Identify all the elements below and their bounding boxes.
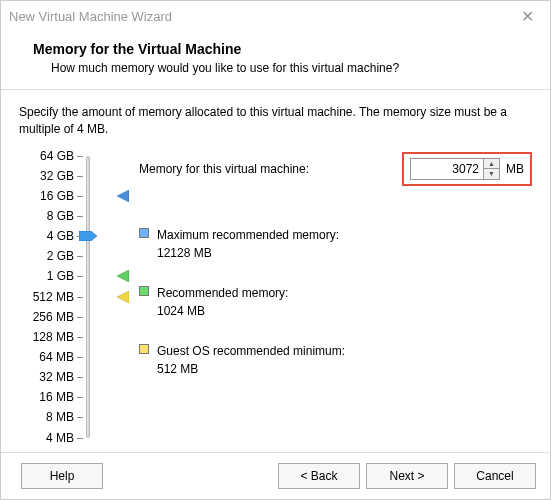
right-column: Memory for this virtual machine: ▲ ▼ MB … [109,152,532,442]
slider-tick-label: 32 GB [40,170,74,182]
back-button[interactable]: < Back [278,463,360,489]
slider-thumb[interactable] [79,231,97,241]
memory-spinner[interactable]: ▲ ▼ [484,158,500,180]
memory-input[interactable] [410,158,484,180]
titlebar: New Virtual Machine Wizard ✕ [1,1,550,31]
slider-tick-mark [77,216,83,217]
legend-recommended-label: Recommended memory: [157,284,288,302]
window-title: New Virtual Machine Wizard [9,9,513,24]
slider-tick-mark [77,377,83,378]
legend-max-label: Maximum recommended memory: [157,226,339,244]
slider-tick-mark [77,337,83,338]
slider-tick-label: 4 GB [47,230,74,242]
slider-tick-mark [77,317,83,318]
slider-tick-mark [77,397,83,398]
legend-min-value: 512 MB [157,360,345,378]
slider-tick-mark [77,256,83,257]
legend-min-label: Guest OS recommended minimum: [157,342,345,360]
spinner-down-icon[interactable]: ▼ [484,169,499,179]
slider-tick-label: 128 MB [33,331,74,343]
memory-unit: MB [506,162,524,176]
footer: Help < Back Next > Cancel [1,452,550,499]
slider-tick-mark [77,297,83,298]
header: Memory for the Virtual Machine How much … [1,31,550,89]
legend-max-swatch [139,228,149,238]
slider-tick-mark [77,156,83,157]
slider-tick-label: 64 MB [39,351,74,363]
slider-tick-label: 1 GB [47,270,74,282]
slider-tick-mark [77,357,83,358]
slider-tick-label: 512 MB [33,291,74,303]
wizard-window: New Virtual Machine Wizard ✕ Memory for … [0,0,551,500]
page-title: Memory for the Virtual Machine [33,41,526,57]
slider-tick-label: 4 MB [46,432,74,444]
cancel-button[interactable]: Cancel [454,463,536,489]
content: Specify the amount of memory allocated t… [1,90,550,452]
next-button[interactable]: Next > [366,463,448,489]
slider-tick-label: 2 GB [47,250,74,262]
slider-tick-mark [77,276,83,277]
legend-recommended-swatch [139,286,149,296]
page-subtitle: How much memory would you like to use fo… [33,61,526,75]
slider-tick-mark [77,176,83,177]
slider-track[interactable] [86,156,90,438]
memory-label: Memory for this virtual machine: [139,162,402,176]
slider-tick-label: 16 GB [40,190,74,202]
slider-tick-label: 16 MB [39,391,74,403]
slider-tick-label: 32 MB [39,371,74,383]
slider-tick-label: 8 GB [47,210,74,222]
slider-tick-mark [77,417,83,418]
legend-recommended-value: 1024 MB [157,302,288,320]
slider-tick-label: 8 MB [46,411,74,423]
legend-recommended: Recommended memory: 1024 MB [139,284,532,320]
slider-tick-mark [77,438,83,439]
slider-tick-label: 256 MB [33,311,74,323]
intro-text: Specify the amount of memory allocated t… [19,104,532,138]
memory-input-row: Memory for this virtual machine: ▲ ▼ MB [139,152,532,186]
memory-input-highlight: ▲ ▼ MB [402,152,532,186]
memory-area: 64 GB32 GB16 GB8 GB4 GB2 GB1 GB512 MB256… [19,152,532,442]
memory-slider[interactable]: 64 GB32 GB16 GB8 GB4 GB2 GB1 GB512 MB256… [19,152,109,442]
legend-max-value: 12128 MB [157,244,339,262]
spinner-up-icon[interactable]: ▲ [484,159,499,170]
help-button[interactable]: Help [21,463,103,489]
close-icon[interactable]: ✕ [513,7,542,26]
svg-marker-3 [79,231,97,241]
slider-tick-mark [77,196,83,197]
slider-tick-label: 64 GB [40,150,74,162]
legend-min: Guest OS recommended minimum: 512 MB [139,342,532,378]
legend-min-swatch [139,344,149,354]
legend-max: Maximum recommended memory: 12128 MB [139,226,532,262]
